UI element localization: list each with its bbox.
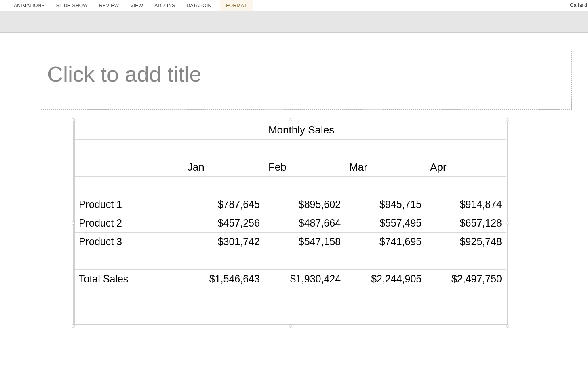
table-empty-row[interactable] — [74, 251, 507, 269]
table-empty-row[interactable] — [74, 176, 507, 195]
table-cell[interactable]: $2,244,905 — [345, 269, 426, 288]
user-name-label[interactable]: Garland — [570, 2, 587, 8]
table-cell[interactable]: $657,128 — [426, 214, 507, 232]
table-cell[interactable] — [345, 139, 426, 158]
table-cell[interactable] — [74, 307, 183, 325]
table-cell[interactable]: $895,602 — [264, 195, 345, 214]
resize-handle-bottom-left[interactable] — [72, 324, 75, 328]
table-cell[interactable] — [74, 251, 183, 269]
month-header-jan[interactable]: Jan — [183, 158, 264, 176]
table-cell[interactable]: $787,645 — [183, 195, 264, 214]
table-cell[interactable] — [183, 139, 264, 158]
table-cell[interactable]: $1,546,643 — [183, 269, 264, 288]
table-cell[interactable] — [183, 307, 264, 325]
table-cell[interactable] — [426, 139, 507, 158]
table-cell[interactable] — [345, 307, 426, 325]
table-cell[interactable] — [74, 121, 183, 139]
table-cell[interactable]: $925,748 — [426, 232, 507, 251]
table-cell[interactable] — [264, 139, 345, 158]
table-total-row[interactable]: Total Sales $1,546,643 $1,930,424 $2,244… — [74, 269, 507, 288]
resize-handle-top-right[interactable] — [506, 118, 509, 121]
table-cell[interactable] — [74, 139, 183, 158]
resize-handle-middle-left[interactable] — [72, 221, 75, 225]
table-cell[interactable]: $1,930,424 — [264, 269, 345, 288]
table-cell[interactable]: $741,695 — [345, 232, 426, 251]
table-cell[interactable]: $487,664 — [264, 214, 345, 232]
month-header-apr[interactable]: Apr — [426, 158, 507, 176]
table-cell[interactable]: $945,715 — [345, 195, 426, 214]
ribbon-body — [0, 11, 588, 33]
table-cell[interactable] — [426, 251, 507, 269]
product-label[interactable]: Product 1 — [74, 195, 183, 214]
table-object[interactable]: Monthly Sales Jan Feb Mar Apr — [73, 120, 508, 326]
slide-area: Click to add title Monthly Sales — [0, 33, 588, 326]
resize-handle-top-middle[interactable] — [289, 118, 292, 121]
table-cell[interactable] — [264, 307, 345, 325]
table-row[interactable]: Product 1 $787,645 $895,602 $945,715 $91… — [74, 195, 507, 214]
data-table[interactable]: Monthly Sales Jan Feb Mar Apr — [73, 120, 508, 326]
table-cell[interactable]: $301,742 — [183, 232, 264, 251]
table-cell[interactable]: $2,497,750 — [426, 269, 507, 288]
resize-handle-top-left[interactable] — [72, 118, 75, 121]
tab-animations[interactable]: ANIMATIONS — [8, 0, 51, 11]
ribbon-tabs: ANIMATIONS SLIDE SHOW REVIEW VIEW ADD-IN… — [0, 0, 588, 11]
table-cell[interactable] — [264, 176, 345, 195]
tab-review[interactable]: REVIEW — [93, 0, 124, 11]
total-label[interactable]: Total Sales — [74, 269, 183, 288]
table-title-row[interactable]: Monthly Sales — [74, 121, 507, 139]
table-empty-row[interactable] — [74, 139, 507, 158]
tab-add-ins[interactable]: ADD-INS — [149, 0, 181, 11]
slide-canvas[interactable]: Click to add title Monthly Sales — [0, 33, 588, 326]
table-cell[interactable] — [183, 288, 264, 307]
tab-slide-show[interactable]: SLIDE SHOW — [51, 0, 93, 11]
resize-handle-bottom-middle[interactable] — [289, 324, 292, 328]
table-cell[interactable] — [183, 176, 264, 195]
table-cell[interactable] — [183, 121, 264, 139]
table-empty-row[interactable] — [74, 307, 507, 325]
table-cell[interactable] — [345, 251, 426, 269]
month-header-mar[interactable]: Mar — [345, 158, 426, 176]
table-cell[interactable] — [74, 158, 183, 176]
resize-handle-middle-right[interactable] — [506, 221, 509, 225]
table-row[interactable]: Product 2 $457,256 $487,664 $557,495 $65… — [74, 214, 507, 232]
table-cell[interactable] — [345, 176, 426, 195]
table-cell[interactable] — [426, 121, 507, 139]
tab-format[interactable]: FORMAT — [220, 0, 253, 11]
table-cell[interactable]: $547,158 — [264, 232, 345, 251]
tab-datapoint[interactable]: DATAPOINT — [181, 0, 221, 11]
month-header-feb[interactable]: Feb — [264, 158, 345, 176]
table-cell[interactable] — [183, 251, 264, 269]
table-header-row[interactable]: Jan Feb Mar Apr — [74, 158, 507, 176]
table-cell[interactable] — [264, 251, 345, 269]
resize-handle-bottom-right[interactable] — [506, 324, 509, 328]
title-placeholder-text: Click to add title — [47, 61, 565, 87]
table-cell[interactable] — [264, 288, 345, 307]
product-label[interactable]: Product 2 — [74, 214, 183, 232]
table-cell[interactable]: $557,495 — [345, 214, 426, 232]
tab-view[interactable]: VIEW — [124, 0, 149, 11]
table-cell[interactable]: $914,874 — [426, 195, 507, 214]
table-row[interactable]: Product 3 $301,742 $547,158 $741,695 $92… — [74, 232, 507, 251]
table-cell[interactable] — [74, 288, 183, 307]
table-cell[interactable] — [74, 176, 183, 195]
table-title-cell[interactable]: Monthly Sales — [264, 121, 345, 139]
table-cell[interactable] — [345, 288, 426, 307]
table-cell[interactable] — [426, 176, 507, 195]
table-cell[interactable] — [426, 288, 507, 307]
table-cell[interactable]: $457,256 — [183, 214, 264, 232]
table-cell[interactable] — [345, 121, 426, 139]
table-cell[interactable] — [426, 307, 507, 325]
product-label[interactable]: Product 3 — [74, 232, 183, 251]
title-placeholder[interactable]: Click to add title — [41, 51, 572, 110]
table-empty-row[interactable] — [74, 288, 507, 307]
